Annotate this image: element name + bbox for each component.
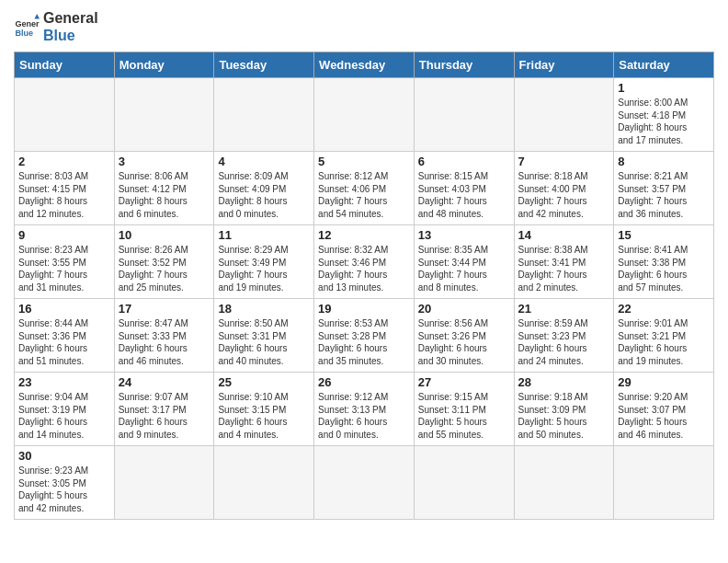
day-content: Sunrise: 8:56 AM Sunset: 3:26 PM Dayligh… xyxy=(418,317,510,367)
calendar-cell: 19Sunrise: 8:53 AM Sunset: 3:28 PM Dayli… xyxy=(314,299,415,373)
day-content: Sunrise: 8:26 AM Sunset: 3:52 PM Dayligh… xyxy=(119,244,210,293)
calendar-cell: 1Sunrise: 8:00 AM Sunset: 4:18 PM Daylig… xyxy=(614,78,714,152)
day-number: 8 xyxy=(618,155,710,168)
day-content: Sunrise: 8:32 AM Sunset: 3:46 PM Dayligh… xyxy=(318,244,410,293)
day-header-thursday: Thursday xyxy=(414,52,514,78)
calendar-cell: 6Sunrise: 8:15 AM Sunset: 4:03 PM Daylig… xyxy=(414,152,514,225)
day-content: Sunrise: 8:50 AM Sunset: 3:31 PM Dayligh… xyxy=(218,317,310,367)
day-content: Sunrise: 9:15 AM Sunset: 3:11 PM Dayligh… xyxy=(418,391,510,441)
day-content: Sunrise: 8:21 AM Sunset: 3:57 PM Dayligh… xyxy=(618,170,710,220)
day-number: 17 xyxy=(119,302,210,316)
calendar-cell: 26Sunrise: 9:12 AM Sunset: 3:13 PM Dayli… xyxy=(314,373,415,446)
calendar-cell: 7Sunrise: 8:18 AM Sunset: 4:00 PM Daylig… xyxy=(514,152,614,225)
calendar-cell: 28Sunrise: 9:18 AM Sunset: 3:09 PM Dayli… xyxy=(514,373,614,446)
logo-icon: General Blue xyxy=(14,14,40,40)
day-content: Sunrise: 8:53 AM Sunset: 3:28 PM Dayligh… xyxy=(318,317,410,367)
day-number: 7 xyxy=(518,155,610,168)
svg-text:General: General xyxy=(15,19,40,29)
logo-text: General Blue xyxy=(43,9,98,44)
day-content: Sunrise: 8:44 AM Sunset: 3:36 PM Dayligh… xyxy=(18,317,110,367)
day-content: Sunrise: 9:01 AM Sunset: 3:21 PM Dayligh… xyxy=(618,317,710,367)
calendar-week-3: 16Sunrise: 8:44 AM Sunset: 3:36 PM Dayli… xyxy=(15,299,714,373)
day-content: Sunrise: 9:10 AM Sunset: 3:15 PM Dayligh… xyxy=(218,391,310,441)
day-number: 19 xyxy=(318,302,410,316)
calendar-cell: 10Sunrise: 8:26 AM Sunset: 3:52 PM Dayli… xyxy=(114,225,214,299)
day-number: 20 xyxy=(418,302,510,316)
day-number: 9 xyxy=(18,228,110,242)
day-number: 22 xyxy=(618,302,710,316)
logo: General Blue General Blue xyxy=(14,9,98,44)
calendar-week-0: 1Sunrise: 8:00 AM Sunset: 4:18 PM Daylig… xyxy=(15,78,714,152)
day-number: 11 xyxy=(218,228,310,242)
calendar-cell: 17Sunrise: 8:47 AM Sunset: 3:33 PM Dayli… xyxy=(114,299,214,373)
day-content: Sunrise: 9:23 AM Sunset: 3:05 PM Dayligh… xyxy=(18,465,110,514)
calendar-week-2: 9Sunrise: 8:23 AM Sunset: 3:55 PM Daylig… xyxy=(15,225,714,299)
day-header-sunday: Sunday xyxy=(15,52,115,78)
day-header-monday: Monday xyxy=(114,52,214,78)
calendar-cell xyxy=(15,78,115,152)
calendar-cell: 3Sunrise: 8:06 AM Sunset: 4:12 PM Daylig… xyxy=(114,152,214,225)
calendar-cell: 27Sunrise: 9:15 AM Sunset: 3:11 PM Dayli… xyxy=(414,373,514,446)
day-number: 4 xyxy=(218,155,310,168)
day-content: Sunrise: 9:20 AM Sunset: 3:07 PM Dayligh… xyxy=(618,391,710,441)
day-content: Sunrise: 9:04 AM Sunset: 3:19 PM Dayligh… xyxy=(18,391,110,441)
calendar-week-1: 2Sunrise: 8:03 AM Sunset: 4:15 PM Daylig… xyxy=(15,152,714,225)
calendar-cell: 20Sunrise: 8:56 AM Sunset: 3:26 PM Dayli… xyxy=(414,299,514,373)
calendar-cell xyxy=(214,78,314,152)
day-number: 25 xyxy=(218,375,310,389)
day-content: Sunrise: 9:07 AM Sunset: 3:17 PM Dayligh… xyxy=(119,391,210,441)
day-content: Sunrise: 9:12 AM Sunset: 3:13 PM Dayligh… xyxy=(318,391,410,441)
svg-marker-2 xyxy=(34,14,40,19)
day-header-saturday: Saturday xyxy=(614,52,714,78)
day-content: Sunrise: 8:23 AM Sunset: 3:55 PM Dayligh… xyxy=(18,244,110,293)
day-content: Sunrise: 8:29 AM Sunset: 3:49 PM Dayligh… xyxy=(218,244,310,293)
day-content: Sunrise: 8:15 AM Sunset: 4:03 PM Dayligh… xyxy=(418,170,510,220)
day-number: 18 xyxy=(218,302,310,316)
calendar-cell: 11Sunrise: 8:29 AM Sunset: 3:49 PM Dayli… xyxy=(214,225,314,299)
day-content: Sunrise: 8:47 AM Sunset: 3:33 PM Dayligh… xyxy=(119,317,210,367)
day-number: 1 xyxy=(618,81,710,95)
day-content: Sunrise: 9:18 AM Sunset: 3:09 PM Dayligh… xyxy=(518,391,610,441)
day-number: 6 xyxy=(418,155,510,168)
calendar-cell: 15Sunrise: 8:41 AM Sunset: 3:38 PM Dayli… xyxy=(614,225,714,299)
calendar-cell: 14Sunrise: 8:38 AM Sunset: 3:41 PM Dayli… xyxy=(514,225,614,299)
svg-text:Blue: Blue xyxy=(15,29,33,38)
day-number: 5 xyxy=(318,155,410,168)
day-content: Sunrise: 8:00 AM Sunset: 4:18 PM Dayligh… xyxy=(618,97,710,146)
day-number: 21 xyxy=(518,302,610,316)
day-number: 30 xyxy=(18,449,110,463)
day-number: 3 xyxy=(119,155,210,168)
day-number: 13 xyxy=(418,228,510,242)
day-number: 2 xyxy=(18,155,110,168)
day-number: 15 xyxy=(618,228,710,242)
day-content: Sunrise: 8:06 AM Sunset: 4:12 PM Dayligh… xyxy=(119,170,210,220)
day-number: 27 xyxy=(418,375,510,389)
calendar-cell: 22Sunrise: 9:01 AM Sunset: 3:21 PM Dayli… xyxy=(614,299,714,373)
calendar-week-5: 30Sunrise: 9:23 AM Sunset: 3:05 PM Dayli… xyxy=(15,446,714,520)
calendar-cell xyxy=(414,78,514,152)
calendar-cell: 21Sunrise: 8:59 AM Sunset: 3:23 PM Dayli… xyxy=(514,299,614,373)
day-number: 23 xyxy=(18,375,110,389)
day-header-tuesday: Tuesday xyxy=(214,52,314,78)
calendar-cell: 30Sunrise: 9:23 AM Sunset: 3:05 PM Dayli… xyxy=(15,446,115,520)
calendar-cell: 23Sunrise: 9:04 AM Sunset: 3:19 PM Dayli… xyxy=(15,373,115,446)
calendar-week-4: 23Sunrise: 9:04 AM Sunset: 3:19 PM Dayli… xyxy=(15,373,714,446)
calendar-cell: 16Sunrise: 8:44 AM Sunset: 3:36 PM Dayli… xyxy=(15,299,115,373)
day-header-row: SundayMondayTuesdayWednesdayThursdayFrid… xyxy=(15,52,714,78)
calendar-cell xyxy=(214,446,314,520)
day-content: Sunrise: 8:41 AM Sunset: 3:38 PM Dayligh… xyxy=(618,244,710,293)
calendar-cell xyxy=(614,446,714,520)
calendar-cell xyxy=(314,446,415,520)
day-content: Sunrise: 8:03 AM Sunset: 4:15 PM Dayligh… xyxy=(18,170,110,220)
day-number: 14 xyxy=(518,228,610,242)
day-content: Sunrise: 8:35 AM Sunset: 3:44 PM Dayligh… xyxy=(418,244,510,293)
day-content: Sunrise: 8:12 AM Sunset: 4:06 PM Dayligh… xyxy=(318,170,410,220)
day-number: 16 xyxy=(18,302,110,316)
calendar-cell: 13Sunrise: 8:35 AM Sunset: 3:44 PM Dayli… xyxy=(414,225,514,299)
calendar-cell xyxy=(414,446,514,520)
day-number: 24 xyxy=(119,375,210,389)
day-number: 29 xyxy=(618,375,710,389)
day-header-wednesday: Wednesday xyxy=(314,52,415,78)
calendar-cell: 4Sunrise: 8:09 AM Sunset: 4:09 PM Daylig… xyxy=(214,152,314,225)
day-number: 10 xyxy=(119,228,210,242)
